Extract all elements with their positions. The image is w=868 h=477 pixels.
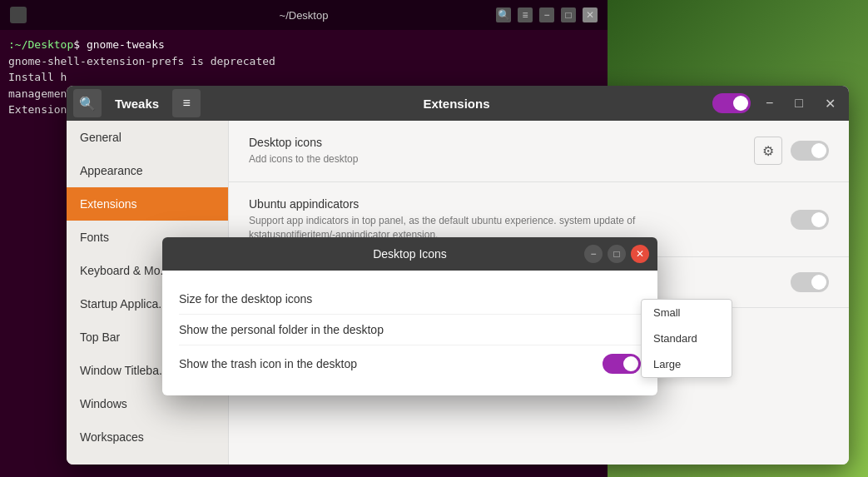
dialog-row-size: Size for the desktop icons Small Standar…	[179, 284, 641, 315]
extension-appindicators-name: Ubuntu appindicators	[249, 197, 791, 211]
dialog-window-controls: − □ ✕	[584, 245, 649, 263]
tweaks-title-left: 🔍 Tweaks ≡	[73, 89, 201, 117]
size-option-large[interactable]: Large	[642, 351, 732, 377]
terminal-maximize-btn[interactable]: □	[561, 7, 576, 22]
terminal-title: ~/Desktop	[280, 9, 329, 22]
tweaks-minimize-btn[interactable]: −	[759, 92, 780, 114]
size-dropdown-menu: Small Standard Large	[641, 299, 732, 378]
extension-desktop-icons-desc: Add icons to the desktop	[249, 152, 707, 166]
tweaks-app-title: Tweaks	[108, 97, 166, 111]
dialog-content: Size for the desktop icons Small Standar…	[162, 271, 657, 395]
toggle-knob	[811, 275, 826, 290]
dialog-close-btn[interactable]: ✕	[631, 245, 649, 263]
tweaks-titlebar: 🔍 Tweaks ≡ Extensions − □ ✕	[67, 86, 849, 121]
terminal-close-btn[interactable]: ✕	[583, 7, 598, 22]
terminal-cmd: $ gnome-tweaks	[73, 38, 165, 51]
toggle-knob	[811, 212, 826, 227]
sidebar-item-general[interactable]: General	[67, 121, 228, 154]
terminal-path: :~/Desktop	[8, 38, 73, 51]
terminal-win-controls: 🔍 ≡ − □ ✕	[496, 7, 598, 22]
dialog-row-trash-icon: Show the trash icon in the desktop	[179, 345, 641, 382]
extension-desktop-icons-name: Desktop icons	[249, 136, 754, 149]
extension-appindicators-toggle[interactable]	[791, 210, 829, 230]
desktop-icons-dialog[interactable]: − □ ✕ Desktop Icons − □ ✕ Size for the d…	[162, 237, 657, 395]
extension-desktop-icons-info: Desktop icons Add icons to the desktop	[249, 136, 754, 166]
extension-appindicators-info: Ubuntu appindicators Support app indicat…	[249, 197, 791, 242]
terminal-menu-btn[interactable]: ≡	[518, 7, 533, 22]
dialog-maximize-btn[interactable]: □	[608, 245, 626, 263]
tweaks-search-button[interactable]: 🔍	[73, 89, 102, 117]
sidebar-item-workspaces[interactable]: Workspaces	[67, 420, 228, 454]
extensions-title: Extensions	[424, 97, 490, 111]
dialog-minimize-btn[interactable]: −	[584, 245, 603, 263]
extension-dash-to-dock-actions	[791, 272, 829, 292]
dialog-titlebar: − □ ✕ Desktop Icons − □ ✕	[162, 237, 657, 271]
extension-dash-to-dock-toggle[interactable]	[791, 272, 829, 292]
dialog-personal-folder-label: Show the personal folder in the desktop	[179, 323, 641, 336]
tweaks-maximize-btn[interactable]: □	[788, 92, 810, 114]
tweaks-close-btn[interactable]: ✕	[818, 92, 842, 115]
extensions-master-toggle[interactable]	[712, 93, 751, 113]
extension-desktop-icons-actions: ⚙	[754, 137, 829, 165]
extension-desktop-icons-gear[interactable]: ⚙	[754, 137, 782, 165]
terminal-minimize-btn[interactable]: −	[539, 7, 554, 22]
dialog-size-label: Size for the desktop icons	[179, 292, 641, 306]
extension-desktop-icons: Desktop icons Add icons to the desktop ⚙	[229, 121, 849, 182]
tweaks-title-center: Extensions	[201, 97, 712, 111]
tweaks-menu-button[interactable]: ≡	[172, 89, 201, 117]
terminal-icon	[10, 7, 27, 23]
toggle-knob	[623, 356, 638, 371]
terminal-titlebar: ~/Desktop 🔍 ≡ − □ ✕	[0, 0, 608, 30]
extension-appindicators-actions	[791, 210, 829, 230]
sidebar-item-extensions[interactable]: Extensions	[67, 187, 228, 221]
size-option-standard[interactable]: Standard	[642, 325, 732, 351]
dialog-row-personal-folder: Show the personal folder in the desktop	[179, 315, 641, 345]
toggle-knob	[811, 143, 826, 158]
size-option-small[interactable]: Small	[642, 300, 732, 325]
terminal-line2: gnome-shell-extension-prefs is deprecate…	[8, 53, 599, 70]
terminal-search-btn[interactable]: 🔍	[496, 7, 511, 22]
dialog-trash-icon-label: Show the trash icon in the desktop	[179, 357, 603, 370]
dialog-title: Desktop Icons	[236, 247, 584, 261]
extension-desktop-icons-toggle[interactable]	[791, 141, 829, 161]
tweaks-title-right: − □ ✕	[712, 92, 842, 115]
terminal-line3: Install h	[8, 69, 599, 86]
terminal-line1: :~/Desktop$ gnome-tweaks	[8, 37, 599, 53]
trash-icon-toggle[interactable]	[603, 354, 641, 374]
sidebar-item-appearance[interactable]: Appearance	[67, 154, 228, 187]
toggle-knob	[733, 96, 748, 111]
